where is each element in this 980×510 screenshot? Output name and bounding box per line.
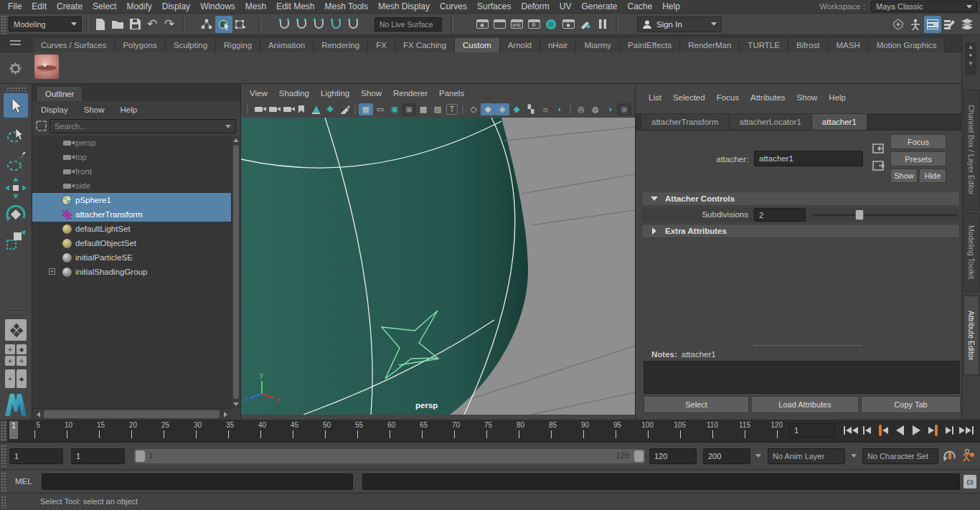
attribute-editor-tab[interactable]: Attribute Editor <box>963 296 979 375</box>
range-start-handle[interactable] <box>136 450 145 462</box>
rotate-tool-button[interactable] <box>4 202 28 227</box>
attribute-editor-menu-item[interactable]: Focus <box>711 93 745 102</box>
range-end-handle[interactable] <box>634 450 644 462</box>
scroll-thumb[interactable] <box>44 410 220 418</box>
step-back-frame-button[interactable] <box>859 422 875 439</box>
safe-action-icon[interactable]: ▨ <box>430 103 445 115</box>
image-plane-icon[interactable] <box>308 103 323 115</box>
copy-tab-button[interactable]: Copy Tab <box>861 396 961 413</box>
shaded-mode-icon[interactable]: ◆ <box>481 103 495 115</box>
attribute-editor-menu-item[interactable]: Attributes <box>745 93 791 102</box>
step-back-key-button[interactable] <box>875 422 892 439</box>
subdivisions-field[interactable]: 2 <box>754 208 806 222</box>
ae-tab-attacherlocator1[interactable]: attacherLocator1 <box>730 114 812 130</box>
menu-item[interactable]: UV <box>555 0 577 14</box>
pin-tab-icon[interactable] <box>872 143 885 154</box>
use-all-lights-icon[interactable]: ◆ <box>509 103 524 115</box>
menu-set-dropdown[interactable]: Modeling <box>9 16 82 32</box>
outliner-item-psphere1[interactable]: pSphere1 <box>32 193 231 207</box>
subdivisions-slider-handle[interactable] <box>855 209 864 220</box>
grease-pencil-icon[interactable] <box>337 103 352 115</box>
scale-tool-button[interactable] <box>4 228 28 252</box>
attribute-editor-menu-item[interactable]: Help <box>823 93 852 102</box>
character-set-dropdown-icon[interactable] <box>851 454 857 458</box>
script-editor-button[interactable]: {;} <box>963 475 976 488</box>
undo-button[interactable]: ↶ <box>143 16 161 33</box>
hide-button[interactable]: Hide <box>919 169 946 183</box>
outliner-vscrollbar[interactable] <box>231 136 240 408</box>
load-attributes-button[interactable]: Load Attributes <box>751 396 859 413</box>
ambient-occlusion-icon[interactable]: ☼ <box>538 103 552 115</box>
auto-keyframe-icon[interactable] <box>942 448 957 463</box>
ae-tab-attachertransform[interactable]: attacherTransform <box>641 114 730 130</box>
subdivisions-slider-track[interactable] <box>813 214 957 216</box>
character-controls-icon[interactable] <box>907 16 924 33</box>
shelf-tab[interactable]: PaintEffects <box>620 38 680 52</box>
outliner-hscrollbar[interactable] <box>32 408 231 420</box>
redo-button[interactable]: ↷ <box>161 16 178 33</box>
shelf-item-image[interactable] <box>34 55 59 79</box>
save-scene-button[interactable] <box>126 16 143 33</box>
menu-item[interactable]: Select <box>88 0 121 14</box>
lasso-tool-button[interactable] <box>4 123 28 148</box>
snap-to-point-icon[interactable] <box>310 16 327 33</box>
menu-item[interactable]: Help <box>657 0 685 14</box>
shelf-scroll-widget[interactable]: ▲ ● ▼ <box>965 42 976 75</box>
current-frame-field[interactable]: 1 <box>789 423 835 438</box>
show-button[interactable]: Show <box>890 169 918 183</box>
grid-toggle-icon[interactable]: ▦ <box>359 103 373 115</box>
menu-item[interactable]: Mesh Tools <box>320 0 373 14</box>
modeling-toolkit-tab[interactable]: Modeling Toolkit <box>963 213 979 292</box>
layout-two-pane-button[interactable]: + ◆ <box>5 369 27 388</box>
render-settings-icon[interactable]: ⚙ <box>525 16 542 33</box>
shelf-tab[interactable]: FX <box>368 38 395 52</box>
camera-settings-icon[interactable] <box>280 103 294 115</box>
shelf-gear-icon[interactable] <box>9 62 22 75</box>
pause-viewport-icon[interactable] <box>594 16 611 33</box>
outliner-menu-show[interactable]: Show <box>78 105 110 114</box>
paint-select-tool-button[interactable] <box>4 150 28 174</box>
command-language-label[interactable]: MEL <box>15 477 32 486</box>
pop-out-icon[interactable] <box>872 161 885 171</box>
timeline-ruler[interactable]: 5101520253035404550556065707580859095100… <box>3 421 778 439</box>
shelf-menu-icon[interactable] <box>10 40 21 42</box>
shelf-tab[interactable]: MASH <box>828 38 868 52</box>
layout-four-pane-button[interactable]: + ◆ + + <box>5 344 27 366</box>
outliner-filter-icon[interactable] <box>36 121 47 132</box>
gate-mask-icon[interactable]: ▣ <box>402 103 416 115</box>
snap-to-view-plane-icon[interactable] <box>344 16 362 33</box>
menu-item[interactable]: Mesh <box>240 0 271 14</box>
shelf-tab[interactable]: Rendering <box>314 38 368 52</box>
shelf-tab[interactable]: Sculpting <box>166 38 216 52</box>
toolbar-drag-handle[interactable] <box>0 14 7 34</box>
attribute-editor-menu-item[interactable]: List <box>643 93 667 102</box>
command-input[interactable] <box>42 473 353 490</box>
outliner-item-front[interactable]: front <box>32 164 231 179</box>
anim-layer-field[interactable]: No Anim Layer <box>768 448 845 464</box>
select-component-mode-icon[interactable] <box>232 16 250 33</box>
go-to-start-button[interactable] <box>842 422 859 439</box>
viewport-menu-item[interactable]: Show <box>355 89 387 98</box>
menu-item[interactable]: Mesh Display <box>373 0 435 14</box>
animation-end-field[interactable]: 200 <box>703 448 750 464</box>
viewport-menu-item[interactable]: Lighting <box>315 89 355 98</box>
move-tool-button[interactable] <box>4 176 28 200</box>
step-forward-key-button[interactable] <box>925 422 941 439</box>
character-set-icon[interactable] <box>961 448 977 463</box>
scroll-up-icon[interactable]: ▲ <box>965 42 976 52</box>
shelf-tab[interactable]: nHair <box>540 38 576 52</box>
safe-title-icon[interactable]: T <box>446 104 458 115</box>
outliner-item-initialparticlese[interactable]: initialParticleSE <box>32 250 231 265</box>
render-setup-icon[interactable]: ◆ <box>560 16 577 33</box>
sign-in-dropdown[interactable]: Sign In <box>637 16 722 32</box>
menu-item[interactable]: Deform <box>516 0 554 14</box>
snap-to-curve-icon[interactable] <box>293 16 310 33</box>
menu-item[interactable]: Windows <box>195 0 240 14</box>
isolate-select-icon[interactable]: ◑ <box>603 103 617 115</box>
shadows-icon[interactable]: ▚ <box>524 103 538 115</box>
menu-item[interactable]: Create <box>52 0 88 14</box>
outliner-item-initialshadinggroup[interactable]: +initialShadingGroup <box>32 265 231 279</box>
play-backwards-button[interactable] <box>892 422 908 439</box>
shelf-tab[interactable]: Curves / Surfaces <box>33 38 115 52</box>
open-render-view-icon[interactable]: ◉ <box>473 16 491 33</box>
